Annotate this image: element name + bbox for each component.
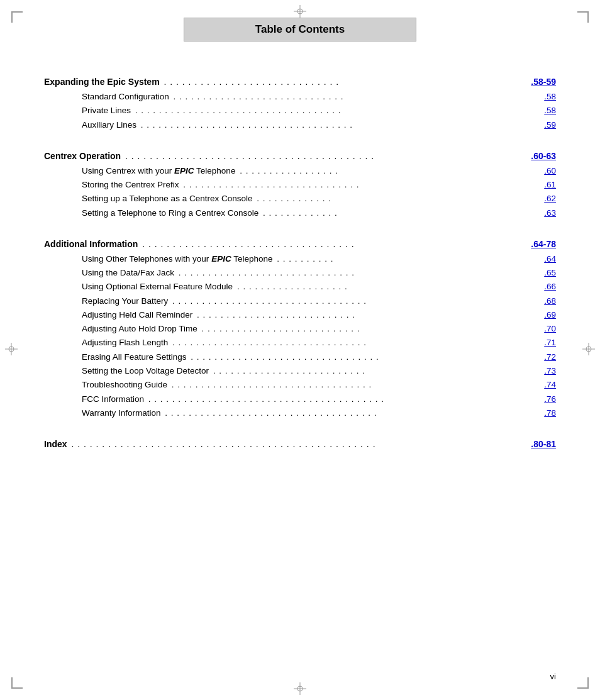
- sub-dots: . . . . . . . . . . . . . . . . . . . . …: [145, 392, 543, 406]
- sub-ref[interactable]: .76: [544, 392, 556, 406]
- corner-mark-bl: [11, 677, 23, 689]
- sub-label: Auxiliary Lines: [82, 118, 136, 132]
- list-item: Erasing All Feature Settings . . . . . .…: [82, 350, 556, 364]
- sub-ref[interactable]: .66: [544, 280, 556, 294]
- sub-dots: . . . . . . . . . . . . .: [253, 192, 543, 206]
- sub-ref[interactable]: .65: [544, 266, 556, 280]
- list-item: Setting the Loop Voltage Detector . . . …: [82, 364, 556, 378]
- sub-label: Using Other Telephones with your EPIC Te…: [82, 252, 272, 266]
- section-expanding: Expanding the Epic System . . . . . . . …: [44, 75, 556, 132]
- sub-dots: . . . . . . . . . . . . . . . . . . . . …: [175, 266, 543, 280]
- reg-mark-bottom: [294, 682, 306, 695]
- sub-label: Replacing Your Battery: [82, 294, 168, 308]
- section-title-index: Index . . . . . . . . . . . . . . . . . …: [44, 438, 556, 451]
- sub-ref[interactable]: .78: [544, 406, 556, 420]
- list-item: Using Optional External Feature Module .…: [82, 280, 556, 294]
- sub-dots: . . . . . . . . . . . . . . . . . . . . …: [169, 294, 543, 308]
- sub-ref[interactable]: .73: [544, 364, 556, 378]
- side-mark-left: [5, 343, 18, 358]
- section-title-expanding: Expanding the Epic System . . . . . . . …: [44, 75, 556, 89]
- sub-ref[interactable]: .58: [544, 90, 556, 104]
- section-index: Index . . . . . . . . . . . . . . . . . …: [44, 438, 556, 451]
- page: Table of Contents Expanding the Epic Sys…: [0, 0, 600, 700]
- sub-label: Using the Data/Fax Jack: [82, 266, 174, 280]
- sub-dots: . . . . . . . . . . . . .: [260, 206, 543, 220]
- sub-label: Standard Configuration: [82, 90, 169, 104]
- sub-label: Adjusting Held Call Reminder: [82, 308, 192, 322]
- section-ref-expanding[interactable]: .58-59: [531, 75, 556, 89]
- sub-dots: . . . . . . . . . . . . . . . . . . . . …: [162, 406, 543, 420]
- section-dots-index: . . . . . . . . . . . . . . . . . . . . …: [69, 438, 530, 451]
- section-ref-centrex[interactable]: .60-63: [531, 150, 556, 163]
- sub-ref[interactable]: .61: [544, 178, 556, 192]
- page-number: vi: [550, 672, 556, 681]
- sub-dots: . . . . . . . . . . . . . . . . . . . . …: [199, 322, 543, 336]
- list-item: Using the Data/Fax Jack . . . . . . . . …: [82, 266, 556, 280]
- sub-label: Adjusting Flash Length: [82, 336, 168, 350]
- sub-dots: . . . . . . . . . . . . . . . . . . . . …: [194, 308, 543, 322]
- section-label-centrex: Centrex Operation: [44, 150, 121, 163]
- section-dots-expanding: . . . . . . . . . . . . . . . . . . . . …: [161, 75, 530, 89]
- sub-ref[interactable]: .64: [544, 252, 556, 266]
- sub-ref[interactable]: .62: [544, 192, 556, 206]
- list-item: Adjusting Auto Hold Drop Time . . . . . …: [82, 322, 556, 336]
- side-mark-right: [582, 343, 595, 358]
- sub-label: Setting up a Telephone as a Centrex Cons…: [82, 192, 252, 206]
- list-item: Warranty Information . . . . . . . . . .…: [82, 406, 556, 420]
- sub-ref[interactable]: .70: [544, 322, 556, 336]
- corner-mark-br: [577, 677, 589, 689]
- section-dots-centrex: . . . . . . . . . . . . . . . . . . . . …: [122, 150, 530, 163]
- sub-ref[interactable]: .68: [544, 294, 556, 308]
- section-ref-index[interactable]: .80-81: [531, 438, 556, 451]
- sub-items-expanding: Standard Configuration . . . . . . . . .…: [82, 90, 556, 132]
- section-additional: Additional Information . . . . . . . . .…: [44, 238, 556, 420]
- section-label-index: Index: [44, 438, 67, 451]
- sub-items-additional: Using Other Telephones with your EPIC Te…: [82, 252, 556, 420]
- list-item: Adjusting Flash Length . . . . . . . . .…: [82, 336, 556, 350]
- sub-label: Warranty Information: [82, 406, 161, 420]
- title-box: Table of Contents: [184, 18, 416, 42]
- sub-dots: . . . . . . . . . . . . . . . . . . .: [234, 280, 543, 294]
- sub-ref[interactable]: .74: [544, 378, 556, 392]
- sub-dots: . . . . . . . . . . . . . . . . . . . . …: [169, 378, 543, 392]
- list-item: Using Other Telephones with your EPIC Te…: [82, 252, 556, 266]
- sub-label: Adjusting Auto Hold Drop Time: [82, 322, 197, 336]
- sub-label: Storing the Centrex Prefix: [82, 178, 179, 192]
- list-item: Adjusting Held Call Reminder . . . . . .…: [82, 308, 556, 322]
- sub-items-centrex: Using Centrex with your EPIC Telephone .…: [82, 164, 556, 220]
- sub-ref[interactable]: .63: [544, 206, 556, 220]
- corner-mark-tr: [577, 11, 589, 23]
- list-item: Standard Configuration . . . . . . . . .…: [82, 90, 556, 104]
- sub-label: Using Centrex with your EPIC Telephone: [82, 164, 235, 178]
- sub-label: Setting the Loop Voltage Detector: [82, 364, 209, 378]
- sub-label: FCC Information: [82, 392, 144, 406]
- toc-content: Expanding the Epic System . . . . . . . …: [44, 75, 556, 469]
- corner-mark-tl: [11, 11, 23, 23]
- reg-mark-top: [294, 5, 306, 18]
- sub-label: Troubleshooting Guide: [82, 378, 167, 392]
- page-title: Table of Contents: [255, 23, 345, 35]
- sub-ref[interactable]: .69: [544, 308, 556, 322]
- list-item: Setting a Telephone to Ring a Centrex Co…: [82, 206, 556, 220]
- sub-ref[interactable]: .58: [544, 104, 556, 118]
- list-item: Replacing Your Battery . . . . . . . . .…: [82, 294, 556, 308]
- list-item: Setting up a Telephone as a Centrex Cons…: [82, 192, 556, 206]
- sub-dots: . . . . . . . . . . . . . . . . . . . . …: [170, 90, 543, 104]
- section-title-additional: Additional Information . . . . . . . . .…: [44, 238, 556, 251]
- section-title-centrex: Centrex Operation . . . . . . . . . . . …: [44, 150, 556, 163]
- section-label-additional: Additional Information: [44, 238, 138, 251]
- sub-dots: . . . . . . . . . . . . . . . . . . . . …: [181, 178, 543, 192]
- list-item: Private Lines . . . . . . . . . . . . . …: [82, 104, 556, 118]
- section-ref-additional[interactable]: .64-78: [531, 238, 556, 251]
- sub-label: Setting a Telephone to Ring a Centrex Co…: [82, 206, 258, 220]
- sub-ref[interactable]: .71: [544, 336, 556, 350]
- sub-ref[interactable]: .59: [544, 118, 556, 132]
- list-item: FCC Information . . . . . . . . . . . . …: [82, 392, 556, 406]
- section-centrex: Centrex Operation . . . . . . . . . . . …: [44, 150, 556, 220]
- sub-label: Erasing All Feature Settings: [82, 350, 187, 364]
- sub-ref[interactable]: .60: [544, 164, 556, 178]
- sub-ref[interactable]: .72: [544, 350, 556, 364]
- section-dots-additional: . . . . . . . . . . . . . . . . . . . . …: [139, 238, 530, 251]
- sub-label: Using Optional External Feature Module: [82, 280, 233, 294]
- sub-dots: . . . . . . . . . . . . . . . . . . . . …: [132, 104, 543, 118]
